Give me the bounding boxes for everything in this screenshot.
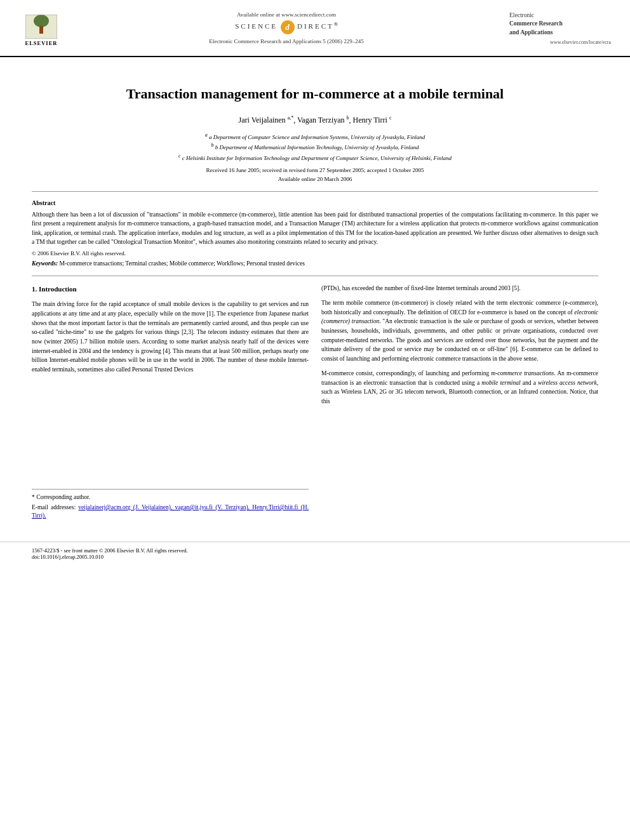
italic-network: wireless access network [538, 380, 597, 386]
keywords-line: Keywords: M-commerce transactions; Termi… [32, 260, 598, 267]
email-label: E-mail addresses: [32, 504, 76, 510]
italic-mcommerce: m-commerce transactions [491, 370, 554, 377]
col-right: (PTDs), has exceeded the number of fixed… [321, 284, 598, 523]
header-center: Available online at www.sciencedirect.co… [64, 11, 509, 44]
intro-col1-p1: The main driving force for the rapid acc… [32, 300, 309, 375]
elsevier-logo-area: ELSEVIER [19, 11, 64, 50]
italic-phrase: electronic (commerce) transaction [321, 309, 598, 325]
journal-name-header: Electronic Commerce Research and Applica… [76, 38, 497, 44]
sd-text-right: DIRECT [297, 22, 334, 30]
sciencedirect-logo: SCIENCE d DIRECT® [235, 20, 338, 34]
intro-col2-p3: M-commerce consist, correspondingly, of … [321, 369, 598, 406]
author-name-a: Jari Veijalainen [239, 116, 288, 124]
author-sup-c: c [389, 115, 392, 121]
affil-a: a Department of Computer Science and Inf… [209, 134, 425, 140]
main-content: Transaction management for m-commerce at… [0, 57, 630, 535]
journal-title-right: Electronic Commerce Research and Applica… [509, 11, 611, 37]
italic-terminal: mobile terminal [481, 380, 520, 386]
affiliations: a a Department of Computer Science and I… [32, 131, 598, 163]
affil-b: b Department of Mathematical Information… [215, 144, 419, 150]
received-dates: Received 16 June 2005; received in revis… [32, 166, 598, 183]
svg-rect-2 [39, 26, 43, 34]
abstract-text: Although there has been a lot of discuss… [32, 210, 598, 246]
paper-title: Transaction management for m-commerce at… [32, 85, 598, 103]
authors-line: Jari Veijalainen a,*, Vagan Terziyan b, … [32, 115, 598, 125]
page: ELSEVIER Available online at www.science… [0, 0, 630, 840]
page-bottom: 1567-4223/$ - see front matter © 2006 El… [0, 542, 630, 565]
abstract-title: Abstract [32, 199, 598, 206]
col-left: 1. Introduction The main driving force f… [32, 284, 309, 523]
two-col-body: 1. Introduction The main driving force f… [32, 284, 598, 523]
elsevier-tree-icon [25, 15, 57, 39]
affil-c: c Helsinki Institute for Information Tec… [182, 155, 452, 161]
abstract-section: Abstract Although there has been a lot o… [32, 199, 598, 267]
elsevier-wordmark: ELSEVIER [25, 40, 58, 46]
journal-title-line3: and Applications [509, 29, 553, 36]
sd-suffix: ® [334, 22, 338, 27]
keywords-label: Keywords: [32, 260, 58, 267]
author-sup-a: a,* [288, 115, 294, 121]
header: ELSEVIER Available online at www.science… [0, 0, 630, 57]
intro-section-title: 1. Introduction [32, 284, 309, 295]
author-sep1: , Vagan Terziyan [293, 116, 346, 124]
received-text: Received 16 June 2005; received in revis… [206, 167, 424, 173]
available-online-paper: Available online 20 March 2006 [278, 176, 352, 182]
sd-icon: d [281, 20, 295, 34]
email-note: E-mail addresses: veijalainerj@acm.org (… [32, 503, 309, 521]
svg-point-1 [34, 15, 49, 27]
journal-title-line1: Electronic [509, 12, 534, 18]
author-sep2: , Henry Tirri [349, 116, 389, 124]
header-divider [32, 191, 598, 192]
copyright-notice: © 2006 Elsevier B.V. All rights reserved… [32, 250, 598, 257]
footnote-area: * Corresponding author. E-mail addresses… [32, 489, 309, 521]
sd-text-left: SCIENCE [235, 22, 278, 30]
doi-line: doi:10.1016/j.elerap.2005.10.010 [32, 554, 598, 560]
intro-col2-p2: The term mobile commerce (m-commerce) is… [321, 298, 598, 364]
header-right: Electronic Commerce Research and Applica… [509, 11, 611, 45]
corresponding-author-note: * Corresponding author. [32, 493, 309, 502]
journal-title-line2: Commerce Research [509, 20, 563, 27]
issn-line: 1567-4223/$ - see front matter © 2006 El… [32, 547, 598, 554]
abstract-divider [32, 276, 598, 276]
journal-url: www.elsevier.com/locate/ecra [509, 39, 611, 45]
available-online-text: Available online at www.sciencedirect.co… [76, 11, 497, 18]
keywords-text: M-commerce transactions; Terminal crashe… [60, 260, 305, 267]
intro-col2-p1: (PTDs), has exceeded the number of fixed… [321, 284, 598, 293]
